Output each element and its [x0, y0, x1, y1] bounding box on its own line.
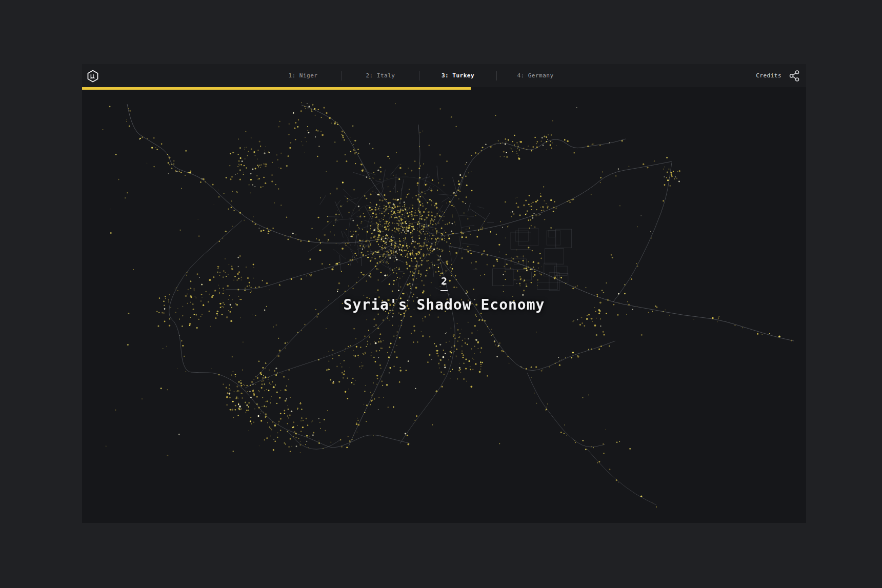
credits-button[interactable]: Credits	[756, 72, 781, 79]
nav-item-turkey[interactable]: 3: Turkey	[419, 72, 496, 79]
mu-hexagon-logo-icon[interactable]	[87, 70, 99, 83]
chapter-nav: 1: Niger 2: Italy 3: Turkey 4: Germany	[265, 64, 574, 87]
top-navbar: 1: Niger 2: Italy 3: Turkey 4: Germany C…	[82, 64, 806, 87]
nav-right-group: Credits	[756, 64, 800, 87]
share-nodes-icon[interactable]	[789, 70, 800, 82]
page-background: 1: Niger 2: Italy 3: Turkey 4: Germany C…	[0, 0, 882, 588]
map-canvas	[82, 90, 806, 523]
story-panel: 1: Niger 2: Italy 3: Turkey 4: Germany C…	[82, 64, 806, 523]
nav-item-niger[interactable]: 1: Niger	[265, 72, 342, 79]
map-container: 2 Syria's Shadow Economy	[82, 90, 806, 523]
nav-item-italy[interactable]: 2: Italy	[342, 72, 419, 79]
nav-item-germany[interactable]: 4: Germany	[497, 72, 574, 79]
